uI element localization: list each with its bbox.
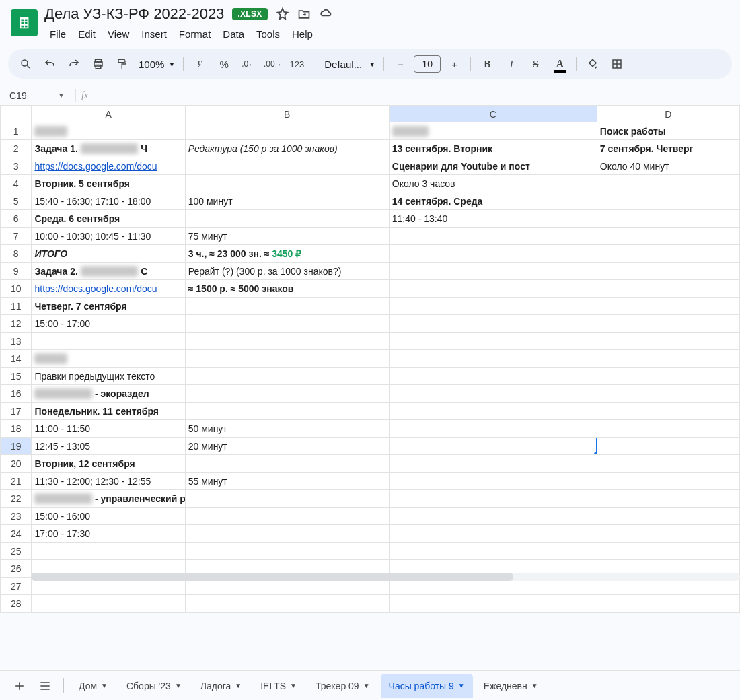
row-header[interactable]: 2 xyxy=(1,140,32,158)
row-header[interactable]: 8 xyxy=(1,245,32,262)
row-header[interactable]: 17 xyxy=(1,403,32,420)
cell-A28[interactable] xyxy=(32,595,185,612)
row-header[interactable]: 16 xyxy=(1,385,32,403)
cell-A2[interactable]: Задача 1. xxxxxxxxxxx Ч xyxy=(32,140,185,158)
cell-C13[interactable] xyxy=(389,332,597,350)
cell-C20[interactable] xyxy=(389,455,597,473)
cell-A22[interactable]: xxxxxxxxxxx - управленческий раздел xyxy=(32,490,185,508)
row-header[interactable]: 27 xyxy=(1,578,32,595)
row-header[interactable]: 4 xyxy=(1,175,32,193)
font-size-input[interactable]: 10 xyxy=(414,55,441,73)
bold-icon[interactable]: B xyxy=(476,53,498,75)
cell-B23[interactable] xyxy=(185,508,389,525)
cell-D16[interactable] xyxy=(597,385,739,403)
row-header[interactable]: 6 xyxy=(1,210,32,228)
cell-B25[interactable] xyxy=(185,542,389,560)
row-header[interactable]: 14 xyxy=(1,350,32,368)
cell-C22[interactable] xyxy=(389,490,597,508)
row-header[interactable]: 3 xyxy=(1,158,32,175)
cell-A24[interactable]: 17:00 - 17:30 xyxy=(32,525,185,542)
cell-C8[interactable] xyxy=(389,245,597,262)
cell-A17[interactable]: Понедельник. 11 сентября xyxy=(32,403,185,420)
cell-C14[interactable] xyxy=(389,350,597,368)
cell-C25[interactable] xyxy=(389,542,597,560)
cell-C7[interactable] xyxy=(389,228,597,245)
cell-D23[interactable] xyxy=(597,508,739,525)
row-header[interactable]: 12 xyxy=(1,315,32,332)
cell-A5[interactable]: 15:40 - 16:30; 17:10 - 18:00 xyxy=(32,193,185,210)
row-header[interactable]: 9 xyxy=(1,262,32,280)
document-title[interactable]: Дела УЗ-КЗ-РФ 2022-2023 xyxy=(44,5,224,23)
increase-decimal-icon[interactable]: .00→ xyxy=(262,53,283,75)
cell-C3[interactable]: Сценарии для Youtube и пост xyxy=(389,158,597,175)
cell-C9[interactable] xyxy=(389,262,597,280)
name-box[interactable]: C19▼ xyxy=(4,90,70,101)
cell-D24[interactable] xyxy=(597,525,739,542)
cell-B3[interactable] xyxy=(185,158,389,175)
sheet-tab[interactable]: Ежедневн▼ xyxy=(476,674,546,698)
menu-view[interactable]: View xyxy=(102,26,135,42)
cell-C21[interactable] xyxy=(389,473,597,490)
cell-D5[interactable] xyxy=(597,193,739,210)
cell-D22[interactable] xyxy=(597,490,739,508)
cell-A10[interactable]: https://docs.google.com/docu xyxy=(32,280,185,298)
row-header[interactable]: 1 xyxy=(1,123,32,140)
cell-B8[interactable]: 3 ч., ≈ 23 000 зн. ≈ 3450 ₽ xyxy=(185,245,389,262)
cell-D4[interactable] xyxy=(597,175,739,193)
cell-D10[interactable] xyxy=(597,280,739,298)
print-icon[interactable] xyxy=(87,53,109,75)
decrease-font-icon[interactable]: − xyxy=(390,53,411,75)
column-header-B[interactable]: B xyxy=(185,106,389,123)
cell-D13[interactable] xyxy=(597,332,739,350)
cell-D19[interactable] xyxy=(597,438,739,455)
cell-C17[interactable] xyxy=(389,403,597,420)
cell-B12[interactable] xyxy=(185,315,389,332)
horizontal-scrollbar[interactable] xyxy=(31,571,740,583)
sheet-tab[interactable]: Дом▼ xyxy=(71,674,116,698)
more-formats-icon[interactable]: 123 xyxy=(286,53,307,75)
text-color-icon[interactable]: A xyxy=(549,53,570,75)
row-header[interactable]: 25 xyxy=(1,542,32,560)
cell-A13[interactable] xyxy=(32,332,185,350)
row-header[interactable]: 7 xyxy=(1,228,32,245)
cell-B16[interactable] xyxy=(185,385,389,403)
cell-D28[interactable] xyxy=(597,595,739,612)
cell-C4[interactable]: Около 3 часов xyxy=(389,175,597,193)
move-folder-icon[interactable] xyxy=(297,7,311,21)
cell-B1[interactable] xyxy=(185,123,389,140)
cell-A3[interactable]: https://docs.google.com/docu xyxy=(32,158,185,175)
cell-A14[interactable]: xxxxxxx xyxy=(32,350,185,368)
menu-format[interactable]: Format xyxy=(174,26,217,42)
select-all-cell[interactable] xyxy=(1,106,32,123)
cell-B11[interactable] xyxy=(185,298,389,315)
cell-B13[interactable] xyxy=(185,332,389,350)
sheet-tab[interactable]: Ладога▼ xyxy=(192,674,250,698)
row-header[interactable]: 20 xyxy=(1,455,32,473)
cell-C18[interactable] xyxy=(389,420,597,438)
cell-D20[interactable] xyxy=(597,455,739,473)
cell-D6[interactable] xyxy=(597,210,739,228)
cell-A21[interactable]: 11:30 - 12:00; 12:30 - 12:55 xyxy=(32,473,185,490)
column-header-D[interactable]: D xyxy=(597,106,739,123)
star-icon[interactable] xyxy=(276,7,289,21)
cell-A4[interactable]: Вторник. 5 сентября xyxy=(32,175,185,193)
cell-D1[interactable]: Поиск работы xyxy=(597,123,739,140)
menu-insert[interactable]: Insert xyxy=(136,26,172,42)
cell-C16[interactable] xyxy=(389,385,597,403)
cell-D18[interactable] xyxy=(597,420,739,438)
search-icon[interactable] xyxy=(15,53,36,75)
cell-A15[interactable]: Правки предыдущих тексто xyxy=(32,368,185,385)
cell-C11[interactable] xyxy=(389,298,597,315)
add-sheet-icon[interactable] xyxy=(8,674,31,697)
cell-A7[interactable]: 10:00 - 10:30; 10:45 - 11:30 xyxy=(32,228,185,245)
formula-input[interactable] xyxy=(94,90,740,101)
percent-icon[interactable]: % xyxy=(213,53,235,75)
spreadsheet-grid[interactable]: ABCD 1xxxxxxxxxxxxxxПоиск работы2Задача … xyxy=(0,106,740,612)
cell-C1[interactable]: xxxxxxx xyxy=(389,123,597,140)
cell-B18[interactable]: 50 минут xyxy=(185,420,389,438)
cell-A23[interactable]: 15:00 - 16:00 xyxy=(32,508,185,525)
cell-D7[interactable] xyxy=(597,228,739,245)
row-header[interactable]: 5 xyxy=(1,193,32,210)
sheet-tab[interactable]: IELTS▼ xyxy=(252,674,305,698)
cell-C23[interactable] xyxy=(389,508,597,525)
